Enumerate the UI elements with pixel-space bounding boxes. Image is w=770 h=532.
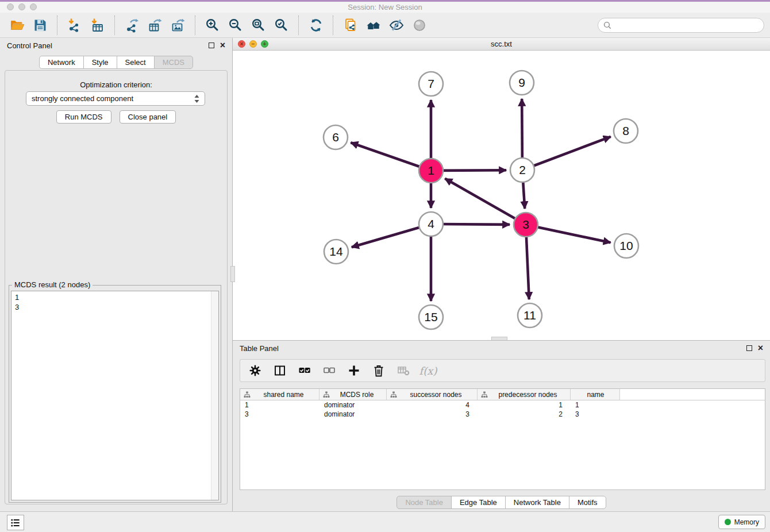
- zoom-out-button[interactable]: [224, 14, 247, 36]
- graph-node-label: 1: [428, 164, 434, 177]
- table-row[interactable]: 1dominator411: [240, 400, 765, 410]
- table-cell[interactable]: 3: [387, 410, 478, 418]
- import-network-button[interactable]: [63, 14, 86, 36]
- hierarchy-icon: [390, 391, 397, 398]
- control-panel: Control Panel × NetworkStyleSelectMCDS O…: [0, 38, 233, 511]
- mcds-tab-content: Optimization criterion: strongly connect…: [5, 70, 228, 504]
- graph-node-label: 7: [428, 77, 434, 90]
- network-view-window: × − + scc.txt 7968124314101511: [233, 38, 770, 340]
- network-canvas[interactable]: 7968124314101511: [233, 51, 770, 340]
- float-panel-icon[interactable]: [209, 43, 214, 48]
- unchecked-boxes-icon: [322, 364, 336, 377]
- table-cell[interactable]: 1: [571, 401, 620, 409]
- table-cell[interactable]: 1: [478, 401, 571, 409]
- tab-edge-table[interactable]: Edge Table: [451, 496, 506, 509]
- main-toolbar: [0, 13, 770, 38]
- control-panel-tabs: NetworkStyleSelectMCDS: [0, 56, 232, 69]
- column-header-shared-name[interactable]: shared name: [240, 389, 319, 400]
- deselect-all-button[interactable]: [322, 363, 337, 378]
- column-header-label: MCDS role: [330, 391, 384, 399]
- column-header-successor-nodes[interactable]: successor nodes: [387, 389, 478, 400]
- save-session-button[interactable]: [29, 14, 52, 36]
- zoom-selected-button[interactable]: [270, 14, 293, 36]
- refresh-icon: [309, 18, 324, 33]
- close-panel-icon[interactable]: ×: [758, 345, 763, 351]
- node-table[interactable]: shared nameMCDS rolesuccessor nodesprede…: [240, 388, 765, 490]
- toggle-visibility-button[interactable]: [385, 14, 408, 36]
- tab-network[interactable]: Network: [39, 56, 84, 69]
- table-settings-button[interactable]: [248, 363, 263, 378]
- table-cell[interactable]: 3: [240, 410, 319, 418]
- memory-status-dot-icon: [725, 519, 731, 525]
- toolbar-separator: [298, 16, 299, 35]
- graph-edge-2-8[interactable]: [522, 137, 611, 170]
- open-session-button[interactable]: [6, 14, 29, 36]
- graph-edge-3-1[interactable]: [445, 179, 526, 225]
- table-cell[interactable]: dominator: [319, 401, 387, 409]
- table-cell[interactable]: dominator: [319, 410, 387, 418]
- splitter-grip-left[interactable]: [230, 266, 235, 282]
- zoom-in-button[interactable]: [201, 14, 224, 36]
- import-network-icon: [67, 18, 82, 33]
- zoom-out-icon: [228, 18, 243, 33]
- close-panel-icon[interactable]: ×: [220, 42, 225, 48]
- column-header-label: name: [574, 391, 617, 399]
- table-cell[interactable]: 4: [387, 401, 478, 409]
- graph-node-label: 14: [329, 245, 343, 258]
- export-table-button[interactable]: [144, 14, 167, 36]
- graph-node-label: 9: [518, 76, 525, 89]
- search-input[interactable]: [612, 20, 759, 30]
- open-folder-icon: [10, 18, 25, 33]
- tab-motifs[interactable]: Motifs: [569, 496, 606, 509]
- mcds-result-list[interactable]: 13: [11, 291, 219, 500]
- apply-layout-button[interactable]: [305, 14, 328, 36]
- table-cell[interactable]: 3: [571, 410, 620, 418]
- mcds-result-title: MCDS result (2 nodes): [12, 280, 93, 289]
- result-item[interactable]: 1: [11, 292, 218, 302]
- memory-button[interactable]: Memory: [718, 515, 765, 529]
- home-button[interactable]: [362, 14, 385, 36]
- float-panel-icon[interactable]: [746, 345, 752, 351]
- zoom-fit-button[interactable]: [247, 14, 270, 36]
- zoom-selected-icon: [274, 18, 289, 33]
- delete-column-button[interactable]: [371, 363, 386, 378]
- tab-network-table[interactable]: Network Table: [505, 496, 569, 509]
- column-header-MCDS-role[interactable]: MCDS role: [319, 389, 387, 400]
- close-panel-button[interactable]: Close panel: [120, 110, 176, 124]
- tab-node-table[interactable]: Node Table: [396, 496, 452, 509]
- table-cell[interactable]: 2: [478, 410, 571, 418]
- table-row[interactable]: 3dominator323: [240, 410, 765, 419]
- clone-network-button[interactable]: [339, 14, 362, 36]
- graph-edge-3-10[interactable]: [526, 225, 611, 242]
- search-box[interactable]: [598, 18, 764, 33]
- tab-select[interactable]: Select: [117, 56, 155, 69]
- table-panel-tabs: Node TableEdge TableNetwork TableMotifs: [233, 496, 770, 509]
- result-scrollbar-track[interactable]: [211, 291, 218, 500]
- table-cell[interactable]: 1: [240, 401, 319, 409]
- export-image-button[interactable]: [167, 14, 190, 36]
- delete-table-button-disabled: [396, 363, 411, 378]
- graph-node-label: 8: [622, 124, 629, 137]
- export-network-button[interactable]: [121, 14, 144, 36]
- column-header-name[interactable]: name: [571, 389, 620, 400]
- table-panel-title: Table Panel: [240, 344, 279, 353]
- table-panel: Table Panel ×: [233, 340, 770, 511]
- result-item[interactable]: 3: [11, 302, 218, 312]
- tab-style[interactable]: Style: [83, 56, 117, 69]
- export-network-icon: [125, 18, 140, 33]
- column-view-button[interactable]: [272, 363, 287, 378]
- tab-mcds[interactable]: MCDS: [154, 56, 193, 69]
- sphere-button[interactable]: [408, 14, 431, 36]
- network-window-titlebar[interactable]: × − + scc.txt: [233, 38, 770, 51]
- network-graph[interactable]: 7968124314101511: [233, 51, 770, 340]
- table-toolbar: f(x): [240, 359, 765, 382]
- column-header-predecessor-nodes[interactable]: predecessor nodes: [478, 389, 571, 400]
- task-history-button[interactable]: [7, 515, 24, 530]
- add-column-button[interactable]: [346, 363, 361, 378]
- optimization-criterion-select[interactable]: strongly connected component: [26, 91, 205, 106]
- eye-slash-icon: [389, 18, 404, 33]
- select-all-button[interactable]: [297, 363, 312, 378]
- import-table-button[interactable]: [86, 14, 109, 36]
- gear-icon: [248, 364, 262, 377]
- run-mcds-button[interactable]: Run MCDS: [56, 110, 111, 124]
